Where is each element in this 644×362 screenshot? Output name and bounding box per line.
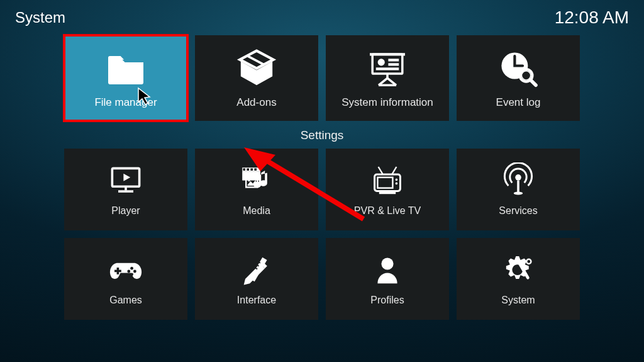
clock: 12:08 AM <box>555 8 629 28</box>
svg-point-40 <box>130 267 133 270</box>
tile-label: System <box>501 295 535 306</box>
tile-label: Player <box>111 205 140 217</box>
tile-label: Media <box>243 205 270 217</box>
svg-point-41 <box>133 270 136 273</box>
svg-point-30 <box>396 179 398 181</box>
svg-line-33 <box>392 167 396 174</box>
section-title-settings: Settings <box>0 128 644 142</box>
svg-point-31 <box>396 183 398 185</box>
svg-rect-39 <box>114 270 121 273</box>
clock-search-icon <box>496 47 540 91</box>
svg-rect-21 <box>247 168 249 171</box>
svg-rect-20 <box>243 168 245 171</box>
svg-point-2 <box>378 59 385 65</box>
tile-label: Add-ons <box>236 96 276 109</box>
svg-rect-4 <box>388 63 399 65</box>
row-settings-1: Player Media PVR & Live TV Services <box>0 149 644 230</box>
tile-label: Profiles <box>370 295 404 306</box>
tile-pvr-live-tv[interactable]: PVR & Live TV <box>326 149 449 230</box>
top-bar: System 12:08 AM <box>0 0 644 29</box>
tile-services[interactable]: Services <box>457 149 580 230</box>
presentation-chart-icon <box>365 47 409 91</box>
svg-point-35 <box>515 174 521 181</box>
row-settings-2: Games Interface Profiles System <box>0 238 644 320</box>
pencil-ruler-icon <box>238 252 275 290</box>
play-monitor-icon <box>107 162 145 200</box>
box-icon <box>235 47 279 91</box>
svg-point-27 <box>248 179 250 182</box>
svg-rect-44 <box>250 257 267 281</box>
media-icon <box>238 162 275 200</box>
svg-rect-22 <box>250 168 253 171</box>
tile-label: Event log <box>496 96 541 109</box>
svg-point-42 <box>127 270 130 273</box>
tile-interface[interactable]: Interface <box>195 238 318 320</box>
svg-marker-16 <box>123 174 130 181</box>
broadcast-icon <box>499 162 537 200</box>
svg-point-37 <box>514 192 523 195</box>
svg-point-48 <box>381 257 393 269</box>
svg-point-43 <box>130 273 133 276</box>
settings-area: File manager Add-ons System information … <box>0 29 644 320</box>
svg-line-14 <box>531 80 536 85</box>
tile-label: File manager <box>94 96 157 109</box>
tile-add-ons[interactable]: Add-ons <box>195 35 318 121</box>
svg-line-32 <box>379 167 383 174</box>
svg-rect-17 <box>118 190 133 193</box>
svg-rect-5 <box>376 67 399 70</box>
tile-event-log[interactable]: Event log <box>457 35 580 121</box>
svg-rect-34 <box>379 192 396 195</box>
gear-tools-icon <box>499 252 537 290</box>
tile-player[interactable]: Player <box>64 149 187 230</box>
tile-label: Interface <box>237 295 276 306</box>
svg-point-50 <box>526 259 531 264</box>
tile-media[interactable]: Media <box>195 149 318 230</box>
tile-profiles[interactable]: Profiles <box>326 238 449 320</box>
tile-label: Services <box>499 205 537 217</box>
svg-rect-29 <box>377 178 392 188</box>
tile-file-manager[interactable]: File manager <box>64 35 187 121</box>
folder-icon <box>104 47 148 91</box>
breadcrumb: System <box>15 9 65 26</box>
tile-label: PVR & Live TV <box>354 205 421 217</box>
tile-games[interactable]: Games <box>64 238 187 320</box>
svg-rect-23 <box>254 168 257 171</box>
person-icon <box>369 252 406 290</box>
tile-system[interactable]: System <box>457 238 580 320</box>
tile-label: Games <box>109 295 142 306</box>
tv-icon <box>369 162 406 200</box>
tile-label: System information <box>341 96 433 109</box>
svg-rect-3 <box>388 59 399 61</box>
tile-system-information[interactable]: System information <box>326 35 449 121</box>
gamepad-icon <box>107 252 145 290</box>
row-system-tools: File manager Add-ons System information … <box>0 35 644 121</box>
